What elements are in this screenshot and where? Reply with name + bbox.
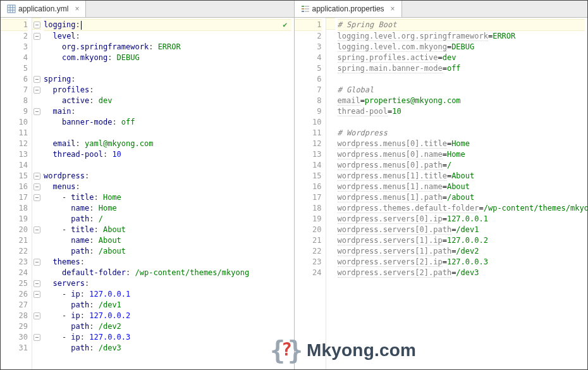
tab-application-yml[interactable]: application.yml ×: [1, 1, 86, 17]
text-cursor: [81, 21, 82, 30]
code-line[interactable]: org.springframework: ERROR: [44, 42, 291, 52]
code-line[interactable]: logging:✔: [44, 19, 291, 31]
code-line[interactable]: - ip: 127.0.0.3: [44, 332, 291, 343]
code-line[interactable]: email=properties@mkyong.com: [338, 96, 585, 106]
code-line[interactable]: path: /dev1: [44, 300, 291, 311]
code-line[interactable]: email: yaml@mkyong.com: [44, 139, 291, 149]
mkyong-logo: {?} Mkyong.com: [273, 336, 416, 364]
pane-left: application.yml × 1234567891011121314151…: [1, 1, 295, 369]
code-line[interactable]: [44, 160, 291, 171]
svg-rect-9: [305, 8, 309, 9]
editor-properties[interactable]: 123456789101112131415161718192021222324 …: [295, 18, 588, 369]
code-area[interactable]: logging:✔ level: org.springframework: ER…: [41, 18, 294, 369]
grid-icon: [7, 4, 16, 13]
fold-toggle-icon[interactable]: [34, 312, 40, 319]
line-number-gutter: 123456789101112131415161718192021222324: [295, 18, 326, 369]
tab-bar-right: application.properties ×: [295, 1, 588, 18]
fold-toggle-icon[interactable]: [34, 33, 40, 40]
code-line[interactable]: wordpress.servers[1].ip=127.0.0.2: [338, 235, 585, 246]
code-line[interactable]: path: /: [44, 214, 291, 225]
tab-application-properties[interactable]: application.properties ×: [295, 1, 402, 17]
fold-toggle-icon[interactable]: [34, 22, 40, 28]
code-line[interactable]: wordpress.servers[2].ip=127.0.0.3: [338, 257, 585, 268]
code-line[interactable]: # Global: [338, 85, 585, 96]
code-line[interactable]: path: /dev3: [44, 343, 291, 354]
code-line[interactable]: spring.main.banner-mode=off: [338, 63, 585, 74]
code-line[interactable]: - ip: 127.0.0.2: [44, 311, 291, 321]
code-line[interactable]: wordpress.servers[1].path=/dev2: [338, 246, 585, 257]
code-line[interactable]: thread-pool=10: [338, 106, 585, 117]
code-line[interactable]: name: About: [44, 235, 291, 246]
tab-bar-left: application.yml ×: [1, 1, 294, 18]
code-line[interactable]: wordpress.servers[0].ip=127.0.0.1: [338, 214, 585, 225]
code-line[interactable]: [338, 74, 585, 85]
code-line[interactable]: # Wordpress: [338, 128, 585, 139]
code-line[interactable]: spring:: [44, 74, 291, 85]
code-line[interactable]: wordpress.menus[1].path=/about: [338, 192, 585, 203]
pane-right: application.properties × 123456789101112…: [295, 1, 588, 369]
code-line[interactable]: - title: About: [44, 225, 291, 235]
code-line[interactable]: name: Home: [44, 203, 291, 214]
fold-toggle-icon[interactable]: [34, 183, 40, 190]
fold-toggle-icon[interactable]: [34, 334, 40, 341]
code-line[interactable]: [44, 63, 291, 74]
fold-toggle-icon[interactable]: [34, 76, 40, 83]
code-line[interactable]: thread-pool: 10: [44, 149, 291, 160]
code-line[interactable]: wordpress.servers[0].path=/dev1: [338, 225, 585, 235]
fold-toggle-icon[interactable]: [34, 194, 40, 201]
logo-mark-icon: {?}: [273, 336, 300, 364]
code-line[interactable]: banner-mode: off: [44, 117, 291, 128]
properties-icon: [301, 4, 310, 13]
fold-toggle-icon[interactable]: [34, 87, 40, 94]
close-icon[interactable]: ×: [75, 4, 79, 13]
code-line[interactable]: [44, 128, 291, 139]
code-line[interactable]: logging.level.org.springframework=ERROR: [338, 31, 585, 42]
fold-gutter[interactable]: [32, 18, 41, 369]
code-line[interactable]: profiles:: [44, 85, 291, 96]
code-line[interactable]: menus:: [44, 182, 291, 192]
close-icon[interactable]: ×: [391, 4, 395, 13]
code-line[interactable]: wordpress.menus[0].name=Home: [338, 149, 585, 160]
code-line[interactable]: wordpress.menus[0].title=Home: [338, 139, 585, 149]
fold-toggle-icon[interactable]: [34, 108, 40, 115]
ide-window: application.yml × 1234567891011121314151…: [0, 0, 588, 370]
svg-rect-10: [305, 11, 309, 12]
tab-label: application.properties: [312, 4, 384, 13]
svg-rect-7: [302, 11, 304, 12]
code-line[interactable]: spring.profiles.active=dev: [338, 52, 585, 63]
fold-toggle-icon[interactable]: [34, 291, 40, 298]
code-line[interactable]: wordpress.menus[1].name=About: [338, 182, 585, 192]
fold-gutter: [326, 18, 335, 369]
logo-text: Mkyong: [307, 340, 374, 360]
code-line[interactable]: wordpress:: [44, 171, 291, 182]
tab-label: application.yml: [18, 4, 68, 13]
code-line[interactable]: active: dev: [44, 96, 291, 106]
code-line[interactable]: # Spring Boot: [338, 19, 585, 31]
code-line[interactable]: - ip: 127.0.0.1: [44, 289, 291, 300]
code-line[interactable]: main:: [44, 106, 291, 117]
code-line[interactable]: wordpress.servers[2].path=/dev3: [338, 268, 585, 278]
svg-rect-6: [302, 8, 304, 9]
code-line[interactable]: wordpress.themes.default-folder=/wp-cont…: [338, 203, 585, 214]
fold-toggle-icon[interactable]: [34, 280, 40, 287]
fold-toggle-icon[interactable]: [34, 173, 40, 180]
code-line[interactable]: default-folder: /wp-content/themes/mkyon…: [44, 268, 291, 278]
checkmark-icon: ✔: [283, 20, 287, 30]
fold-toggle-icon[interactable]: [34, 226, 40, 233]
code-line[interactable]: - title: Home: [44, 192, 291, 203]
fold-toggle-icon[interactable]: [34, 259, 40, 266]
code-line[interactable]: wordpress.menus[0].path=/: [338, 160, 585, 171]
code-line[interactable]: wordpress.menus[1].title=About: [338, 171, 585, 182]
code-line[interactable]: level:: [44, 31, 291, 42]
line-number-gutter: 1234567891011121314151617181920212223242…: [1, 18, 32, 369]
code-line[interactable]: themes:: [44, 257, 291, 268]
code-area[interactable]: # Spring Bootlogging.level.org.springfra…: [335, 18, 588, 369]
code-line[interactable]: com.mkyong: DEBUG: [44, 52, 291, 63]
editor-yml[interactable]: 1234567891011121314151617181920212223242…: [1, 18, 294, 369]
code-line[interactable]: path: /dev2: [44, 321, 291, 332]
code-line[interactable]: servers:: [44, 278, 291, 289]
code-line[interactable]: [338, 117, 585, 128]
code-line[interactable]: path: /about: [44, 246, 291, 257]
code-line[interactable]: logging.level.com.mkyong=DEBUG: [338, 42, 585, 52]
svg-rect-5: [302, 6, 304, 7]
